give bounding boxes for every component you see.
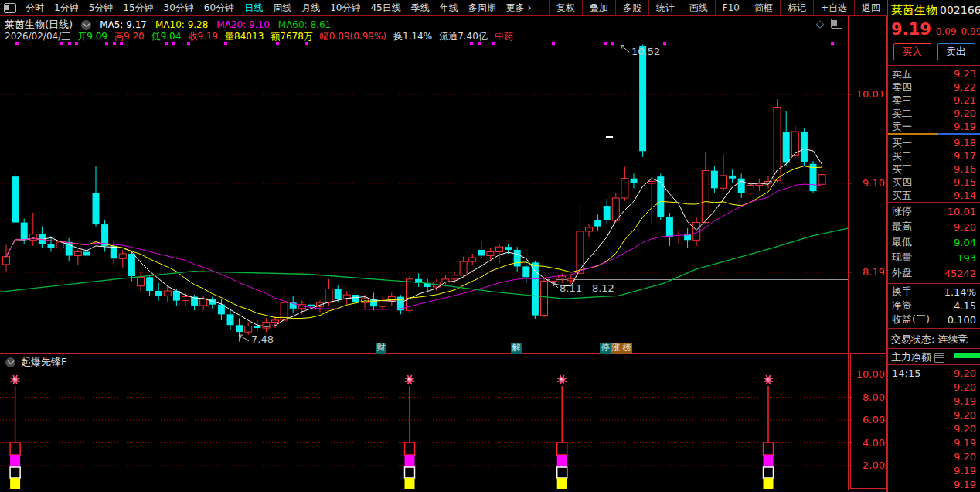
diamond-icon[interactable]: ◇ [816,19,824,29]
candle [218,305,225,315]
toolbar-action[interactable]: F10 [715,0,747,15]
candle [56,242,63,248]
tick-row: 9.19 [888,436,980,449]
toolbar-action[interactable]: 复权 [549,0,582,15]
toolbar-action[interactable]: 多股 [615,0,648,15]
tick-row: 9.19 [888,477,980,491]
ma-legend-item: MA10: 9.28 [155,19,208,30]
stat-row-value: 45242 [944,268,976,279]
bid-row[interactable]: 买四9.15 [888,176,980,189]
ask-row-value: 9.23 [954,68,976,80]
candle [774,107,781,180]
bid-row[interactable]: 买二9.17 [888,149,980,162]
candle [111,246,117,258]
candle [577,231,584,273]
toolbar-action[interactable]: 简框 [747,0,780,15]
period-tab[interactable]: 年线 [440,0,458,15]
candle [801,132,808,162]
toolbar-action[interactable]: 画线 [682,0,715,15]
candle [182,297,189,301]
period-tab[interactable]: 周线 [273,0,291,15]
bid-row-value: 9.17 [954,150,976,162]
tick-price: 9.19 [923,465,976,477]
period-tab[interactable]: 60分钟 [204,0,234,15]
ma-legend-item: MA20: 9.10 [216,19,269,30]
period-tab[interactable]: 30分钟 [164,0,194,15]
bid-row[interactable]: 买一9.18 [888,136,980,149]
candle [648,181,655,183]
split-window-icon[interactable] [831,19,842,29]
tick-row: 9.19 [888,463,980,477]
period-tab[interactable]: 10分钟 [330,0,360,15]
period-tab[interactable]: 1分钟 [54,0,79,15]
tick-price: 9.19 [923,479,976,490]
chevron-down-icon[interactable] [5,357,15,367]
period-tab[interactable]: 5分钟 [89,0,114,15]
toolbar-actions: 复权叠加多股统计画线F10简框标记+自选返回 [549,0,887,15]
period-tab[interactable]: 15分钟 [123,0,153,15]
toolbar-action[interactable]: 叠加 [582,0,615,15]
buy-button[interactable]: 买入 [893,43,931,60]
bid-row[interactable]: 买五9.14 [888,189,980,202]
ohlc-info-row: 2026/02/04/三开9.09高9.20低9.04收9.19量84013额7… [5,30,513,43]
period-tab[interactable]: 多周期 [468,0,496,15]
bid-row-label: 买三 [892,162,912,176]
toolbar-action[interactable]: 返回 [854,0,887,15]
signal-marker-segment [764,455,774,467]
candle [200,299,207,306]
candle [138,277,145,285]
candle [227,314,234,325]
price-annotation: 8.11 - 8.12 [560,282,614,294]
period-tab[interactable]: 日线 [244,0,263,15]
stat-row: 换手1.14% [888,285,980,299]
toolbar-action[interactable]: 标记 [780,0,813,15]
price-change-pct: 0.99% [961,26,980,37]
quote-panel: 莱茵生物002166 9.19 0.09 0.99% 买入 卖出 卖五9.23卖… [887,0,980,492]
stat-row-value: 10.01 [948,206,976,217]
ask-row[interactable]: 卖四9.22 [888,80,980,94]
stat-row-value: 1.14% [944,286,976,298]
ask-row[interactable]: 卖一9.19 [888,120,980,133]
signal-marker-segment [10,478,20,489]
signal-dot [663,42,666,45]
sub-indicator-header: 起爆先锋F [5,355,66,369]
chevron-down-icon[interactable] [81,20,91,30]
ask-row[interactable]: 卖五9.23 [888,67,980,80]
ask-row[interactable]: 卖二9.20 [888,107,980,120]
bid-row-label: 买二 [892,149,912,163]
period-tab[interactable]: 季线 [411,0,430,15]
period-tab[interactable]: 月线 [301,0,320,15]
candle [496,247,503,251]
signal-marker-segment [557,455,567,467]
toolbar-action[interactable]: 统计 [648,0,682,15]
signal-marker-segment [764,478,774,489]
signal-marker-segment [405,467,415,478]
candle [451,275,458,279]
sub-axis-label: 6.00 [850,414,885,425]
main-chart[interactable] [0,0,887,492]
period-tab[interactable]: 45日线 [370,0,400,15]
bid-row-value: 9.15 [954,176,976,188]
stats-block-2: 换手1.14%净资4.15收益(三)0.100 [888,285,980,326]
candle [818,175,825,185]
ask-row[interactable]: 卖三9.21 [888,94,980,107]
ask-row-label: 卖二 [892,107,912,121]
candle [631,179,638,183]
sell-button[interactable]: 卖出 [937,43,975,60]
list-icon[interactable] [934,353,944,363]
layout-icon[interactable] [4,3,16,13]
stat-row-label: 现量 [892,251,912,265]
toolbar-action[interactable]: +自选 [813,0,854,15]
stat-row: 涨停10.01 [888,203,980,219]
stats-block: 涨停10.01最高9.20最低9.04现量193外盘45242 [888,203,980,281]
stat-row-value: 0.100 [948,314,976,326]
signal-star-icon [407,378,413,383]
signal-marker-segment [10,467,20,478]
candle [783,132,790,162]
period-tab[interactable]: 更多 › [506,0,532,15]
bid-row[interactable]: 买三9.16 [888,162,980,176]
signal-dot [831,42,834,45]
candle [765,181,772,183]
period-tab[interactable]: 分时 [26,0,44,15]
candle [514,250,521,266]
